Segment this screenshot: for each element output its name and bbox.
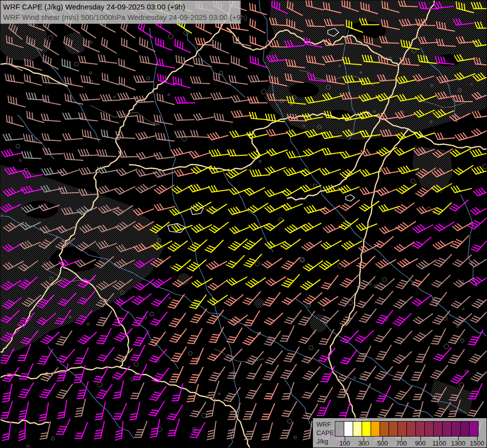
title-bar: WRF CAPE (J/kg) Wednesday 24-09-2025 03:… <box>0 0 241 24</box>
legend-tick-label: 700 <box>391 440 411 447</box>
legend-cell-6 <box>389 421 398 437</box>
legend-color-scale <box>335 421 479 437</box>
legend-label-model: WRF <box>316 420 334 429</box>
weather-map-screen: WRF CAPE (J/kg) Wednesday 24-09-2025 03:… <box>0 0 487 448</box>
legend-tick-label: 300 <box>354 440 374 447</box>
legend-cell-5 <box>380 421 389 437</box>
legend-cell-1 <box>344 421 353 437</box>
legend-tick-label: 1300 <box>448 440 468 447</box>
legend-cell-10 <box>424 421 434 437</box>
cape-legend: WRF CAPE J/kg 10030050070090011001300150… <box>312 418 487 448</box>
legend-cell-13 <box>451 421 461 437</box>
legend-tick-label: 1500 <box>467 440 487 447</box>
legend-cell-2 <box>353 421 362 437</box>
legend-cell-8 <box>406 421 416 437</box>
legend-tick-label: 900 <box>410 440 430 447</box>
legend-cell-7 <box>397 421 407 437</box>
legend-label: WRF CAPE J/kg <box>316 420 334 446</box>
legend-tick-label: 100 <box>335 440 355 447</box>
legend-cell-11 <box>433 421 443 437</box>
legend-cell-0 <box>335 421 344 437</box>
legend-cell-4 <box>371 421 380 437</box>
legend-cell-12 <box>442 421 452 437</box>
legend-cell-14 <box>460 421 470 437</box>
legend-tick-label: 1100 <box>429 440 449 447</box>
legend-cell-15 <box>469 421 479 437</box>
legend-cell-3 <box>362 421 371 437</box>
title-line-windshear: WRF Wind shear (m/s) 500/1000hPa Wednesd… <box>3 12 240 22</box>
legend-cell-9 <box>415 421 425 437</box>
map-canvas <box>0 0 487 448</box>
legend-label-variable: CAPE <box>316 429 334 437</box>
legend-label-unit: J/kg <box>316 437 334 446</box>
title-line-cape: WRF CAPE (J/kg) Wednesday 24-09-2025 03:… <box>3 1 240 12</box>
legend-tick-label: 500 <box>373 440 392 447</box>
